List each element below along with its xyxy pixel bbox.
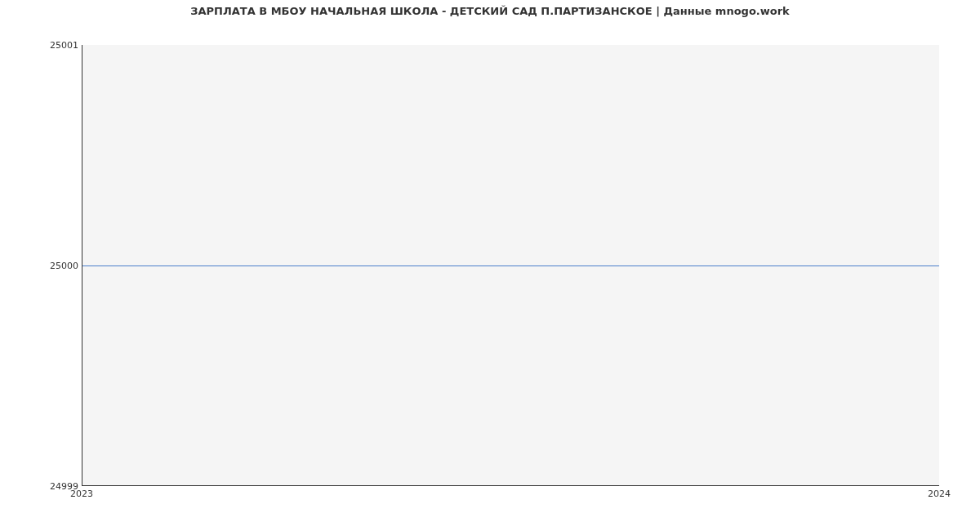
data-line-salary [82, 266, 939, 266]
x-tick-label: 2023 [70, 489, 93, 499]
x-tick-label: 2024 [928, 489, 951, 499]
y-tick-label: 25000 [29, 261, 78, 271]
chart-title: ЗАРПЛАТА В МБОУ НАЧАЛЬНАЯ ШКОЛА - ДЕТСКИ… [0, 5, 980, 17]
y-tick-label: 25001 [29, 40, 78, 51]
chart-container: ЗАРПЛАТА В МБОУ НАЧАЛЬНАЯ ШКОЛА - ДЕТСКИ… [0, 0, 980, 531]
plot-area [82, 45, 939, 486]
